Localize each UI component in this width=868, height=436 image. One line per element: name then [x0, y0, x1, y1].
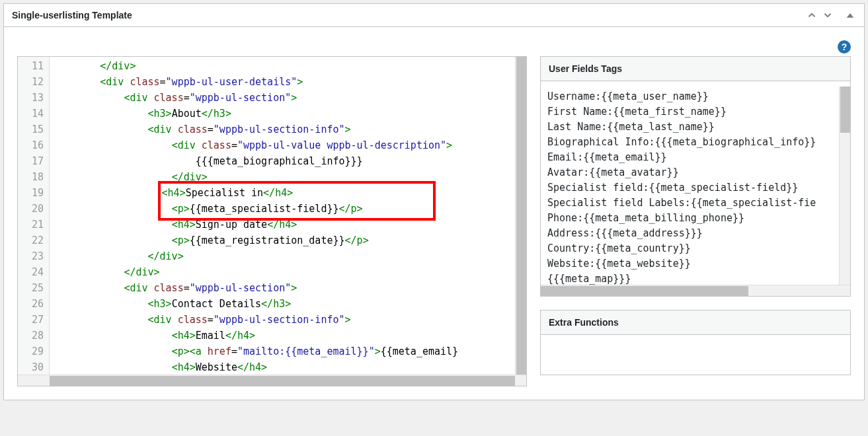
tag-item[interactable]: Address:{{{meta_address}}} — [547, 226, 832, 241]
line-number: 27 — [20, 312, 44, 328]
tags-vscroll-thumb[interactable] — [840, 87, 850, 133]
tag-item[interactable]: Website:{{meta_website}} — [547, 256, 832, 272]
line-number: 22 — [20, 233, 44, 248]
code-line[interactable]: <p>{{meta_registration_date}}</p> — [52, 233, 515, 248]
extra-body — [541, 335, 850, 375]
code-line[interactable]: </div> — [52, 58, 515, 74]
tag-item[interactable]: Email:{{meta_email}} — [547, 150, 832, 165]
line-number: 13 — [20, 90, 44, 106]
text-cursor — [160, 188, 161, 200]
tag-item[interactable]: Specialist field Labels:{{meta_specialis… — [547, 196, 832, 211]
code-line[interactable]: <div class="wppb-ul-user-details"> — [52, 74, 515, 90]
tag-item[interactable]: Last Name:{{meta_last_name}} — [547, 120, 832, 135]
tags-vscrollbar[interactable] — [839, 87, 850, 285]
line-number: 26 — [20, 296, 44, 312]
sidebar: User Fields Tags Username:{{meta_user_na… — [540, 56, 851, 386]
tag-item[interactable]: Biographical Info:{{{meta_biographical_i… — [547, 135, 832, 150]
code-line[interactable]: <h4>Sign-up date</h4> — [52, 217, 515, 233]
editor-vscrollbar[interactable] — [515, 57, 526, 375]
line-number: 30 — [20, 359, 44, 375]
svg-marker-0 — [847, 13, 854, 18]
tag-item[interactable]: Phone:{{meta_meta_billing_phone}} — [547, 211, 832, 226]
line-number: 23 — [20, 248, 44, 264]
code-line[interactable]: <h3>About</h3> — [52, 106, 515, 122]
code-line[interactable]: <h4>Specialist in</h4> — [52, 185, 515, 201]
line-number: 24 — [20, 264, 44, 280]
line-number: 12 — [20, 74, 44, 90]
code-line[interactable]: <div class="wppb-ul-section-info"> — [52, 122, 515, 137]
line-number: 16 — [20, 137, 44, 153]
editor-hscrollbar[interactable] — [18, 375, 526, 386]
collapse-triangle-icon[interactable] — [844, 9, 856, 21]
extra-functions-panel: Extra Functions — [540, 310, 851, 375]
code-line[interactable]: <div class="wppb-ul-section"> — [52, 280, 515, 296]
tags-list[interactable]: Username:{{meta_user_name}}First Name:{{… — [541, 87, 839, 285]
tag-item[interactable]: Avatar:{{meta_avatar}} — [547, 165, 832, 180]
code-line[interactable]: </div> — [52, 169, 515, 185]
code-line[interactable]: <h3>Contact Details</h3> — [52, 296, 515, 312]
editor-vscroll-thumb[interactable] — [516, 57, 526, 375]
line-number: 29 — [20, 344, 44, 359]
code-line[interactable]: <p>{{meta_specialist-field}}</p> — [52, 201, 515, 217]
line-number: 18 — [20, 169, 44, 185]
tags-hscrollbar[interactable] — [541, 285, 850, 296]
tag-item[interactable]: Country:{{meta_country}} — [547, 241, 832, 256]
line-number: 14 — [20, 106, 44, 122]
template-panel: Single-userlisting Template ? 1112131415… — [3, 3, 865, 400]
panel-header: Single-userlisting Template — [4, 4, 864, 27]
chevron-down-icon[interactable] — [822, 9, 834, 21]
code-line[interactable]: <h4>Email</h4> — [52, 328, 515, 344]
tags-hscroll-thumb[interactable] — [541, 286, 748, 296]
line-number: 15 — [20, 122, 44, 137]
code-line[interactable]: </div> — [52, 264, 515, 280]
panel-controls — [806, 9, 856, 21]
code-editor[interactable]: 1112131415161718192021222324252627282930… — [17, 56, 527, 386]
tag-item[interactable]: {{{meta_map}}} — [547, 272, 832, 285]
tag-item[interactable]: First Name:{{meta_first_name}} — [547, 104, 832, 120]
user-fields-tags-panel: User Fields Tags Username:{{meta_user_na… — [540, 56, 851, 297]
code-line[interactable]: {{{meta_biographical_info}}} — [52, 153, 515, 169]
code-area[interactable]: </div> <div class="wppb-ul-user-details"… — [50, 57, 515, 375]
line-number: 25 — [20, 280, 44, 296]
line-number: 11 — [20, 58, 44, 74]
code-line[interactable]: </div> — [52, 248, 515, 264]
chevron-up-icon[interactable] — [806, 9, 818, 21]
code-line[interactable]: <p><a href="mailto:{{meta_email}}">{{met… — [52, 344, 515, 359]
code-line[interactable]: <h4>Website</h4> — [52, 359, 515, 375]
line-number: 19 — [20, 185, 44, 201]
tags-header: User Fields Tags — [541, 57, 850, 81]
tag-item[interactable]: Specialist field:{{meta_specialist-field… — [547, 180, 832, 196]
code-line[interactable]: <div class="wppb-ul-section-info"> — [52, 312, 515, 328]
code-line[interactable]: <div class="wppb-ul-value wppb-ul-descri… — [52, 137, 515, 153]
line-number: 20 — [20, 201, 44, 217]
panel-title: Single-userlisting Template — [12, 10, 132, 20]
code-line[interactable]: <div class="wppb-ul-section"> — [52, 90, 515, 106]
line-gutter: 1112131415161718192021222324252627282930… — [18, 57, 50, 375]
line-number: 28 — [20, 328, 44, 344]
extra-header: Extra Functions — [541, 310, 850, 335]
line-number: 17 — [20, 153, 44, 169]
tag-item[interactable]: Username:{{meta_user_name}} — [547, 89, 832, 104]
line-number: 21 — [20, 217, 44, 233]
editor-hscroll-thumb[interactable] — [50, 376, 515, 386]
help-icon[interactable]: ? — [838, 40, 851, 54]
panel-body: ? 11121314151617181920212223242526272829… — [4, 27, 864, 400]
